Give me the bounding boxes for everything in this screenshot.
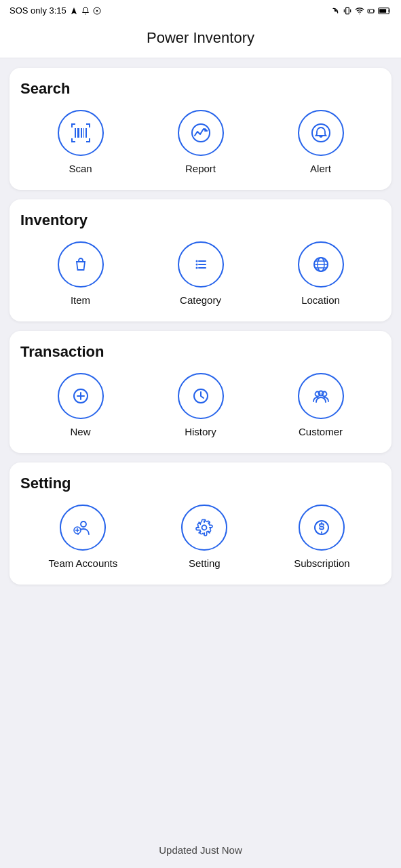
inventory-grid: Item Category: [20, 241, 381, 307]
subscription-icon-circle: [299, 505, 345, 551]
list-icon: [189, 252, 213, 277]
nfc-icon: [330, 6, 340, 16]
customer-label: Customer: [299, 426, 343, 438]
setting-icon-circle: [181, 505, 227, 551]
inventory-card: Inventory Item: [9, 199, 392, 321]
update-bar: Updated Just Now: [0, 833, 401, 868]
barcode-icon: [68, 120, 94, 146]
category-label: Category: [180, 294, 221, 307]
battery-alert-icon: [367, 6, 375, 16]
bell-status-icon: [81, 7, 90, 15]
new-label: New: [70, 426, 90, 438]
wifi-icon: [355, 6, 364, 16]
gear-icon: [192, 515, 216, 540]
location-button[interactable]: Location: [290, 241, 351, 307]
svg-rect-22: [85, 128, 87, 138]
svg-point-27: [195, 264, 197, 266]
users-icon: [309, 384, 333, 408]
report-label: Report: [185, 163, 216, 175]
setting-card: Setting Team Accounts: [9, 462, 392, 585]
status-sos-time: SOS only 3:15: [9, 5, 66, 16]
transaction-grid: New History: [20, 373, 381, 438]
status-right: [330, 6, 392, 16]
subscription-label: Subscription: [294, 557, 350, 570]
item-icon-circle: [58, 241, 104, 288]
setting-section-title: Setting: [20, 475, 381, 492]
x-circle-icon: [93, 7, 101, 15]
chart-icon: [189, 121, 213, 145]
vibrate-icon: [343, 6, 352, 16]
transaction-section-title: Transaction: [20, 343, 381, 361]
transaction-card: Transaction New: [9, 331, 392, 453]
report-icon-circle: [178, 110, 224, 156]
search-section-title: Search: [20, 80, 381, 98]
scroll-area: Search: [0, 58, 401, 833]
svg-rect-9: [379, 9, 386, 13]
status-left: SOS only 3:15: [9, 5, 101, 16]
subscription-button[interactable]: Subscription: [291, 505, 352, 570]
inventory-section-title: Inventory: [20, 212, 381, 229]
scan-icon-circle: [58, 110, 104, 156]
item-label: Item: [71, 294, 90, 307]
svg-point-43: [81, 521, 86, 527]
svg-rect-20: [81, 128, 82, 138]
plus-circle-icon: [69, 384, 93, 408]
bell-icon: [309, 121, 333, 145]
scan-label: Scan: [69, 163, 92, 175]
setting-label: Setting: [189, 557, 221, 570]
team-accounts-label: Team Accounts: [49, 557, 118, 570]
history-button[interactable]: History: [170, 373, 231, 438]
svg-rect-6: [368, 9, 374, 13]
svg-rect-15: [71, 138, 73, 142]
location-icon: [70, 7, 78, 15]
alert-label: Alert: [310, 163, 331, 175]
clock-icon: [189, 384, 213, 408]
new-button[interactable]: New: [50, 373, 111, 438]
svg-point-24: [312, 124, 330, 142]
report-button[interactable]: Report: [170, 110, 231, 175]
customer-button[interactable]: Customer: [290, 373, 351, 438]
setting-grid: Team Accounts Setting: [20, 505, 381, 570]
history-label: History: [185, 426, 216, 438]
svg-rect-17: [89, 138, 90, 142]
item-button[interactable]: Item: [50, 241, 111, 307]
search-grid: Scan Report: [20, 110, 381, 175]
app-title: Power Inventory: [0, 20, 401, 58]
globe-icon: [309, 252, 333, 277]
location-icon-circle: [298, 241, 344, 288]
customer-icon-circle: [298, 373, 344, 419]
svg-point-3: [335, 10, 335, 11]
status-bar: SOS only 3:15: [0, 0, 401, 20]
alert-icon-circle: [298, 110, 344, 156]
alert-button[interactable]: Alert: [290, 110, 351, 175]
add-user-icon: [71, 515, 95, 540]
svg-rect-21: [83, 128, 84, 138]
new-icon-circle: [58, 373, 104, 419]
location-label: Location: [301, 294, 340, 307]
history-icon-circle: [178, 373, 224, 419]
svg-rect-18: [75, 128, 76, 138]
svg-rect-4: [346, 7, 349, 14]
svg-point-25: [195, 260, 197, 262]
svg-rect-11: [71, 123, 73, 127]
battery-icon: [378, 7, 392, 15]
svg-rect-19: [77, 128, 79, 138]
bag-icon: [69, 252, 93, 277]
svg-rect-13: [89, 123, 90, 127]
category-button[interactable]: Category: [170, 241, 231, 307]
search-card: Search: [9, 68, 392, 190]
team-accounts-icon-circle: [60, 505, 106, 551]
dollar-circle-icon: [309, 515, 334, 540]
scan-button[interactable]: Scan: [50, 110, 111, 175]
svg-point-29: [195, 267, 197, 269]
update-text: Updated Just Now: [159, 844, 242, 856]
team-accounts-button[interactable]: Team Accounts: [49, 505, 118, 570]
svg-point-5: [359, 14, 360, 14]
category-icon-circle: [178, 241, 224, 288]
svg-point-47: [202, 526, 207, 530]
setting-button[interactable]: Setting: [174, 505, 235, 570]
